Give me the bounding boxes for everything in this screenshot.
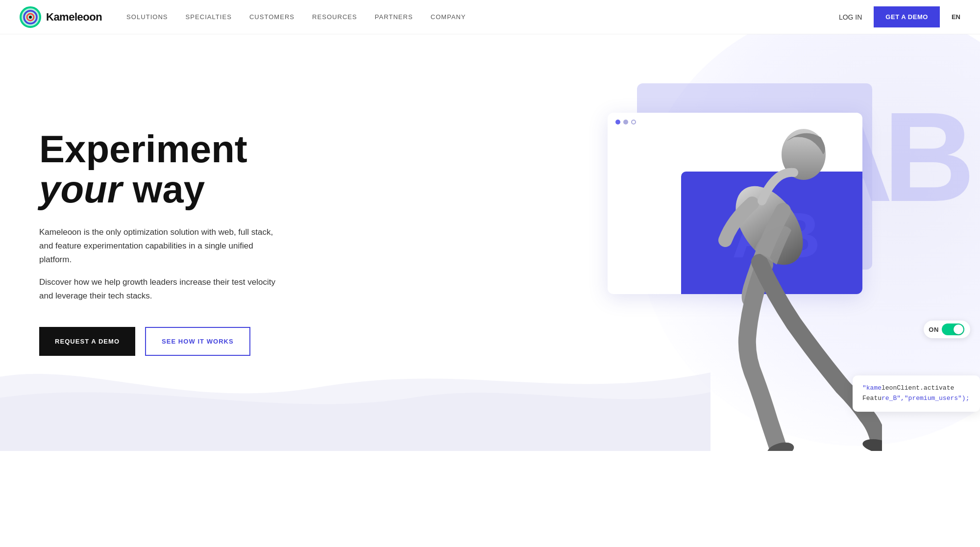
navbar: Kameleoon SOLUTIONS SPECIALTIES CUSTOMER… xyxy=(0,0,980,34)
browser-dot-2 xyxy=(623,120,628,124)
hero-desc-1: Kameleoon is the only optimization solut… xyxy=(39,225,284,267)
logo[interactable]: Kameleoon xyxy=(20,6,102,28)
title-line1: Experiment xyxy=(39,127,247,171)
nav-specialties[interactable]: SPECIALTIES xyxy=(186,13,232,21)
title-italic: your xyxy=(39,168,122,211)
get-demo-button[interactable]: GET A DEMO xyxy=(874,6,940,27)
nav-partners[interactable]: PARTNERS xyxy=(375,13,413,21)
browser-dot-1 xyxy=(615,120,620,124)
nav-links: SOLUTIONS SPECIALTIES CUSTOMERS RESOURCE… xyxy=(126,13,839,21)
logo-icon xyxy=(20,6,41,28)
hero-section: Experiment your way Kameleoon is the onl… xyxy=(0,34,980,451)
logo-text: Kameleoon xyxy=(46,11,102,24)
svg-point-7 xyxy=(765,440,795,451)
nav-right: LOG IN GET A DEMO EN xyxy=(839,6,960,27)
browser-dot-3 xyxy=(631,120,636,124)
hero-bg-blob xyxy=(637,34,980,446)
hero-content: Experiment your way Kameleoon is the onl… xyxy=(0,90,323,395)
nav-customers[interactable]: CUSTOMERS xyxy=(249,13,294,21)
request-demo-button[interactable]: REQUEST A DEMO xyxy=(39,327,135,356)
hero-buttons: REQUEST A DEMO SEE HOW IT WORKS xyxy=(39,327,284,356)
hero-title: Experiment your way xyxy=(39,129,284,210)
hero-desc-2: Discover how we help growth leaders incr… xyxy=(39,275,284,303)
nav-company[interactable]: COMPANY xyxy=(431,13,466,21)
title-rest: way xyxy=(122,168,205,211)
nav-resources[interactable]: RESOURCES xyxy=(312,13,357,21)
language-selector[interactable]: EN xyxy=(952,13,960,21)
login-link[interactable]: LOG IN xyxy=(839,13,862,21)
svg-point-4 xyxy=(29,16,32,19)
nav-solutions[interactable]: SOLUTIONS xyxy=(126,13,168,21)
see-how-it-works-button[interactable]: SEE HOW IT WORKS xyxy=(145,327,250,356)
